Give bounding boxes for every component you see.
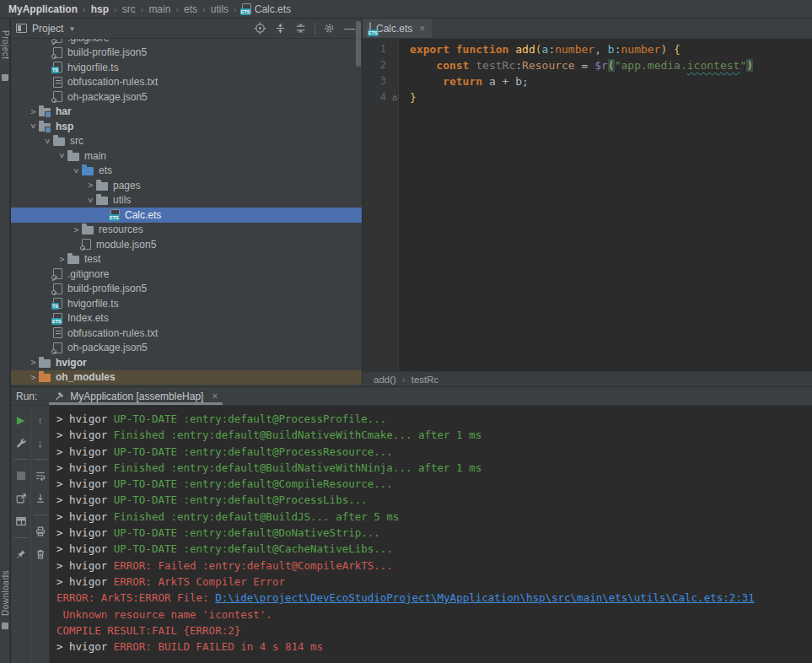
export-button[interactable] — [13, 491, 29, 506]
soft-wrap-button[interactable] — [33, 468, 48, 483]
tree-item-label: main — [84, 150, 106, 162]
breadcrumb-item[interactable]: utils — [209, 3, 230, 15]
pin-button[interactable] — [13, 547, 29, 562]
tree-row[interactable]: >ets — [11, 164, 362, 179]
expand-all-icon[interactable] — [273, 21, 288, 35]
tree-item-label: src — [70, 135, 83, 147]
tree-row[interactable]: >hsp — [11, 119, 362, 134]
tree-row[interactable]: >TShvigorfile.ts — [11, 296, 362, 311]
tree-row[interactable]: >har — [11, 105, 362, 120]
breadcrumb-separator-icon: › — [114, 4, 117, 14]
tree-row-selected[interactable]: >ETSCalc.ets — [11, 208, 362, 223]
chevron-icon[interactable]: > — [28, 107, 39, 116]
error-file-link[interactable]: D:\ide\project\DevEcoStudioProject\MyApp… — [215, 591, 755, 604]
tree-row[interactable]: >obfuscation-rules.txt — [11, 75, 362, 90]
stop-button[interactable] — [13, 468, 29, 483]
build-settings-button[interactable] — [13, 435, 29, 450]
chevron-icon[interactable]: > — [28, 358, 39, 367]
close-icon[interactable]: × — [212, 391, 218, 402]
tree-row[interactable]: >main — [11, 148, 362, 164]
editor-tab-calc-ets[interactable]: ETS Calc.ets × — [363, 19, 432, 38]
breadcrumb-item[interactable]: main — [147, 3, 172, 15]
console-text: > hvigor — [56, 445, 114, 458]
console-line: > hvigor UP-TO-DATE :entry:default@Compi… — [56, 476, 812, 492]
tree-row[interactable]: >obfuscation-rules.txt — [11, 326, 362, 341]
project-view-selector[interactable]: Project ▾ — [16, 23, 74, 35]
project-panel: Project ▾ — >.gitignore>build-profile.js… — [11, 19, 363, 386]
editor-breadcrumb-item[interactable]: testRc — [411, 375, 439, 385]
tree-row[interactable]: >utils — [11, 193, 362, 208]
gutter-line-number: 2 — [363, 57, 398, 73]
build-console[interactable]: > hvigor UP-TO-DATE :entry:default@Proce… — [50, 406, 812, 663]
locate-icon[interactable] — [253, 21, 267, 35]
project-view-icon — [16, 24, 27, 33]
run-button[interactable]: ▶ — [13, 412, 29, 428]
breadcrumb-item[interactable]: ets — [182, 3, 199, 15]
tree-row[interactable]: >TShvigorfile.ts — [11, 60, 362, 75]
settings-icon[interactable] — [322, 21, 336, 35]
down-button[interactable]: ↓ — [33, 435, 48, 450]
scroll-end-button[interactable] — [33, 491, 48, 506]
console-line: > hvigor Finished :entry:default@BuildNa… — [56, 460, 812, 476]
tree-row[interactable]: >src — [11, 134, 362, 149]
collapse-all-icon[interactable] — [293, 21, 308, 35]
chevron-icon[interactable]: > — [29, 121, 38, 132]
tree-row[interactable]: >resources — [11, 223, 362, 238]
code-area[interactable]: 1234⌂ export function add(a:number, b:nu… — [363, 39, 812, 371]
tree-row[interactable]: >module.json5 — [11, 237, 362, 252]
tree-item-label: build-profile.json5 — [67, 46, 147, 58]
breadcrumb-item[interactable]: MyApplication — [7, 3, 79, 15]
tree-row[interactable]: >oh-package.json5 — [11, 89, 362, 105]
up-button[interactable]: ↑ — [33, 412, 48, 428]
chevron-icon[interactable]: > — [57, 150, 67, 161]
ets-file-icon: ETS — [53, 313, 62, 324]
editor: ETS Calc.ets × 1234⌂ export function add… — [363, 19, 812, 386]
console-line: ERROR: ArkTS:ERROR File: D:\ide\project\… — [56, 590, 812, 606]
tool-window-icon[interactable] — [2, 74, 8, 81]
code-text[interactable]: export function add(a:number, b:number) … — [399, 39, 812, 371]
chevron-icon[interactable]: > — [72, 165, 81, 176]
clear-button[interactable] — [33, 547, 48, 562]
layout-button[interactable] — [13, 514, 29, 529]
tree-row[interactable]: >test — [11, 252, 362, 267]
tree-item-label: .gitignore — [67, 268, 109, 280]
console-text: ERROR: ArkTS Compiler Error — [114, 575, 285, 588]
tree-row[interactable]: >.gitignore — [11, 267, 362, 282]
run-tab-assemblehap[interactable]: MyApplication [assembleHap] × — [49, 387, 223, 405]
tree-row[interactable]: >build-profile.json5 — [11, 282, 362, 297]
chevron-icon[interactable]: > — [28, 373, 39, 382]
tree-row[interactable]: >pages — [11, 178, 362, 193]
folder-icon — [96, 197, 108, 205]
console-line: > hvigor ERROR: BUILD FAILED in 4 s 814 … — [56, 639, 812, 655]
tool-stripe-project[interactable]: Project — [0, 30, 10, 60]
tree-item-label: oh-package.json5 — [67, 342, 148, 353]
tree-item-label: obfuscation-rules.txt — [67, 327, 158, 339]
tree-row[interactable]: >.gitignore — [11, 39, 362, 46]
tree-row[interactable]: >oh-package.json5 — [11, 341, 362, 356]
tree-row[interactable]: >oh_modules — [11, 370, 362, 385]
chevron-icon[interactable]: > — [56, 255, 67, 264]
fold-marker-icon[interactable]: ⌂ — [392, 89, 397, 105]
chevron-icon[interactable]: > — [43, 136, 52, 147]
tool-stripe-downloads[interactable]: Downloads — [0, 570, 10, 616]
tool-window-icon[interactable] — [2, 623, 8, 629]
tree-row[interactable]: >ETSIndex.ets — [11, 311, 362, 326]
chevron-icon[interactable]: > — [85, 181, 96, 190]
print-button[interactable] — [33, 524, 48, 539]
tree-scrollbar[interactable] — [356, 21, 361, 67]
tree-row[interactable]: >build-profile.json5 — [11, 46, 362, 61]
breadcrumb-item[interactable]: src — [121, 3, 137, 15]
chevron-icon[interactable]: > — [71, 225, 82, 234]
tree-row[interactable]: >hvigor — [11, 355, 362, 370]
editor-breadcrumb-item[interactable]: add() — [374, 375, 396, 385]
chevron-down-icon: ▾ — [70, 24, 74, 33]
breadcrumb-item[interactable]: hsp — [89, 3, 110, 15]
console-text: > hvigor — [56, 575, 114, 588]
breadcrumb-item[interactable]: ETSCalc.ets — [240, 3, 293, 15]
hide-icon[interactable]: — — [342, 21, 357, 35]
code-line: return a + b; — [410, 73, 812, 89]
chevron-icon[interactable]: > — [86, 195, 95, 206]
close-icon[interactable]: × — [419, 23, 425, 35]
code-token: const — [436, 59, 469, 72]
tree-item-label: resources — [99, 224, 143, 235]
